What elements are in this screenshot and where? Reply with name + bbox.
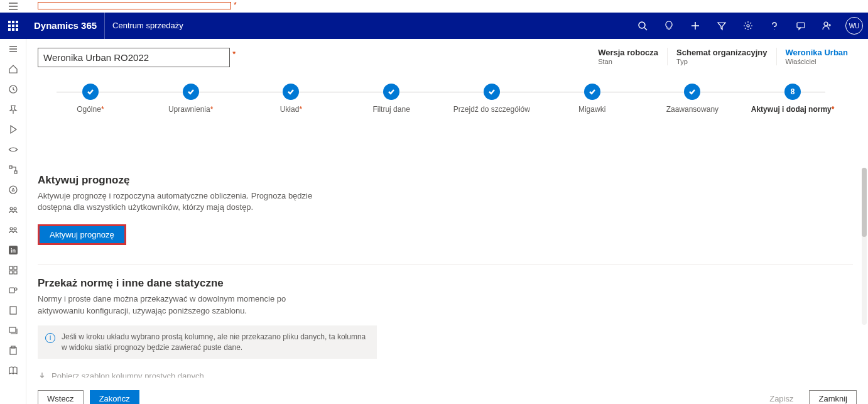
nav-teams-app[interactable] xyxy=(0,280,26,300)
scrollbar-thumb[interactable] xyxy=(862,168,867,237)
svg-rect-14 xyxy=(9,166,12,168)
wizard-content: Aktywuj prognozę Aktywuje prognozę i roz… xyxy=(26,168,868,378)
step-filter[interactable]: Filtruj dane xyxy=(341,84,442,114)
app-launcher-button[interactable] xyxy=(0,13,26,39)
svg-rect-3 xyxy=(8,25,11,27)
activate-desc: Aktywuje prognozę i rozpoczyna automatyc… xyxy=(38,190,333,213)
svg-rect-4 xyxy=(12,25,14,27)
svg-rect-15 xyxy=(14,171,17,173)
svg-rect-25 xyxy=(9,271,13,274)
lightbulb-button[interactable] xyxy=(656,13,682,39)
svg-point-18 xyxy=(14,207,16,210)
left-nav-rail: in xyxy=(0,39,26,404)
hamburger-icon xyxy=(9,3,18,10)
svg-rect-1 xyxy=(12,21,14,23)
step-advanced[interactable]: Zaawansowany xyxy=(643,84,743,114)
global-navbar: Dynamics 365 Centrum sprzedaży WU xyxy=(0,13,868,39)
user-avatar[interactable]: WU xyxy=(845,17,863,35)
truncated-input xyxy=(38,2,231,9)
nav-dashboard[interactable] xyxy=(0,260,26,280)
step-layout[interactable]: Układ* xyxy=(241,84,342,114)
svg-point-10 xyxy=(747,25,749,27)
svg-point-17 xyxy=(10,207,13,210)
nav-team[interactable] xyxy=(0,200,26,220)
svg-point-20 xyxy=(14,227,16,230)
svg-rect-26 xyxy=(14,271,17,274)
svg-rect-27 xyxy=(9,288,14,293)
step-general[interactable]: Ogólne* xyxy=(40,84,141,114)
step-permissions[interactable]: Uprawnienia* xyxy=(141,84,241,114)
info-icon: i xyxy=(45,333,55,343)
svg-point-19 xyxy=(10,227,13,230)
activate-heading: Aktywuj prognozę xyxy=(38,174,853,187)
svg-rect-11 xyxy=(797,23,805,28)
nav-recent[interactable] xyxy=(0,79,26,99)
download-template-link[interactable]: Pobierz szablon kolumny prostych danych xyxy=(38,371,853,378)
svg-rect-8 xyxy=(16,28,18,31)
activate-forecast-button[interactable]: Aktywuj prognozę xyxy=(38,224,126,245)
help-button[interactable] xyxy=(761,13,788,39)
divider xyxy=(38,264,853,265)
wizard-stepper: Ogólne* Uprawnienia* Układ* Filtruj dane… xyxy=(26,72,868,120)
svg-rect-5 xyxy=(16,25,18,27)
window-top-strip: * xyxy=(0,0,868,13)
nav-eye[interactable] xyxy=(0,139,26,160)
meta-owner[interactable]: Weronika Urban Właściciel xyxy=(776,48,857,65)
svg-rect-6 xyxy=(8,28,11,31)
svg-rect-23 xyxy=(9,266,13,270)
info-callout: i Jeśli w kroku układu wybrano prostą ko… xyxy=(38,325,377,359)
chat-button[interactable] xyxy=(788,13,814,39)
nav-clipboard[interactable] xyxy=(0,341,26,361)
nav-linkedin[interactable]: in xyxy=(0,240,26,260)
nav-book[interactable] xyxy=(0,361,26,381)
svg-rect-0 xyxy=(8,21,11,23)
step-activate[interactable]: 8 Aktywuj i dodaj normy* xyxy=(742,84,843,114)
filter-button[interactable] xyxy=(708,13,735,39)
svg-rect-29 xyxy=(10,307,16,314)
nav-stack[interactable] xyxy=(0,320,26,341)
save-button: Zapisz xyxy=(760,390,803,404)
nav-play[interactable] xyxy=(0,119,26,139)
required-asterisk: * xyxy=(232,49,236,59)
nav-menu-toggle[interactable] xyxy=(0,39,26,59)
nav-compass[interactable] xyxy=(0,180,26,200)
step-snapshots[interactable]: Migawki xyxy=(542,84,643,114)
quota-heading: Przekaż normę i inne dane statyczne xyxy=(38,277,853,290)
svg-rect-30 xyxy=(9,327,16,332)
app-name[interactable]: Centrum sprzedaży xyxy=(105,13,191,39)
svg-rect-7 xyxy=(12,28,14,31)
settings-button[interactable] xyxy=(735,13,761,39)
vertical-scrollbar[interactable] xyxy=(862,168,867,325)
person-add-button[interactable] xyxy=(814,13,840,39)
svg-point-28 xyxy=(14,288,17,290)
svg-point-9 xyxy=(639,22,645,28)
finish-button[interactable]: Zakończ xyxy=(90,390,139,404)
step-drill[interactable]: Przejdź do szczegółów xyxy=(442,84,542,114)
nav-team2[interactable] xyxy=(0,220,26,240)
wizard-footer: Wstecz Zakończ Zapisz Zamknij xyxy=(26,389,868,404)
nav-pinned[interactable] xyxy=(0,99,26,119)
meta-type: Schemat organizacyjny Typ xyxy=(667,48,776,65)
search-button[interactable] xyxy=(629,13,656,39)
product-brand[interactable]: Dynamics 365 xyxy=(26,13,105,39)
meta-status: Wersja robocza Stan xyxy=(589,48,667,65)
quota-desc: Normy i proste dane można przekazywać w … xyxy=(38,293,333,316)
download-icon xyxy=(38,372,46,378)
svg-text:in: in xyxy=(11,248,16,254)
nav-flow[interactable] xyxy=(0,160,26,180)
svg-rect-24 xyxy=(14,266,17,270)
nav-home[interactable] xyxy=(0,59,26,79)
close-button[interactable]: Zamknij xyxy=(809,390,857,404)
add-button[interactable] xyxy=(682,13,708,39)
svg-point-12 xyxy=(824,22,828,26)
svg-rect-31 xyxy=(10,347,16,354)
record-header: * Wersja robocza Stan Schemat organizacy… xyxy=(26,39,868,72)
required-asterisk: * xyxy=(234,1,237,9)
nav-doc[interactable] xyxy=(0,300,26,320)
record-title-input[interactable] xyxy=(38,48,230,67)
main-content: * Wersja robocza Stan Schemat organizacy… xyxy=(26,39,868,404)
svg-rect-2 xyxy=(16,21,18,23)
info-text: Jeśli w kroku układu wybrano prostą kolu… xyxy=(62,332,369,353)
back-button[interactable]: Wstecz xyxy=(38,390,84,404)
